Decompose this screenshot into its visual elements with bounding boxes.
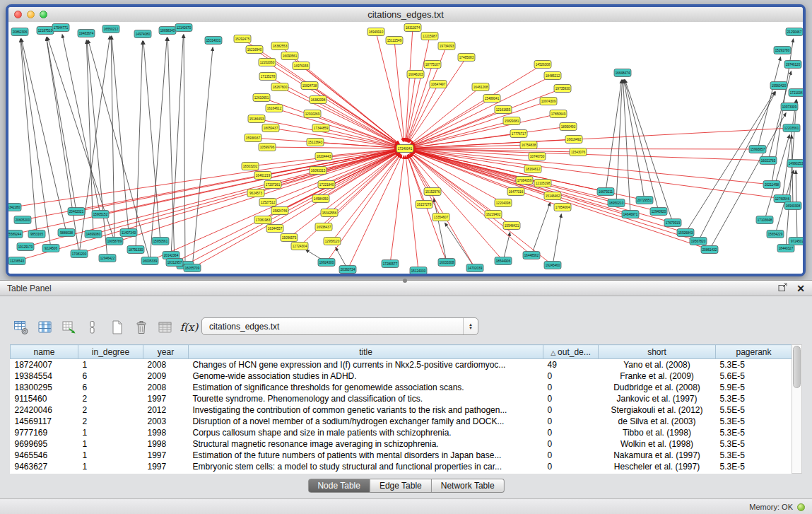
graph-edge[interactable] bbox=[411, 87, 481, 144]
graph-node[interactable]: 12527512 bbox=[259, 199, 276, 206]
graph-node[interactable]: 14699080 bbox=[85, 230, 102, 238]
graph-edge[interactable] bbox=[17, 151, 398, 261]
graph-edge[interactable] bbox=[318, 100, 399, 145]
graph-node[interactable]: 11236543 bbox=[8, 257, 25, 265]
new-document-button[interactable] bbox=[107, 318, 126, 337]
table-cell[interactable]: 1998 bbox=[143, 427, 189, 438]
column-header-in-degree[interactable]: in_degree bbox=[78, 345, 143, 359]
graph-node[interactable]: 17103648 bbox=[756, 216, 773, 224]
table-row[interactable]: 1830029562008Estimation of significance … bbox=[11, 382, 792, 393]
graph-edge[interactable] bbox=[348, 155, 402, 269]
graph-node[interactable]: 12940920 bbox=[650, 208, 667, 216]
graph-edge[interactable] bbox=[786, 100, 796, 248]
graph-node[interactable]: 16619492 bbox=[565, 136, 582, 144]
graph-node[interactable]: 16949910 bbox=[367, 28, 384, 36]
graph-node[interactable]: 18698340 bbox=[159, 27, 176, 35]
graph-edge[interactable] bbox=[624, 80, 645, 200]
graph-node[interactable]: 16940308 bbox=[784, 202, 801, 210]
graph-node[interactable]: 20462021 bbox=[68, 208, 85, 216]
table-cell[interactable]: 9465546 bbox=[11, 450, 78, 461]
table-cell[interactable]: 14569117 bbox=[11, 416, 78, 427]
table-cell[interactable]: 9777169 bbox=[11, 427, 78, 438]
graph-node[interactable]: 18313074 bbox=[404, 24, 421, 32]
table-cell[interactable]: 0 bbox=[543, 427, 599, 438]
minimize-window-button[interactable] bbox=[27, 11, 35, 18]
graph-node[interactable]: 12724304 bbox=[291, 243, 308, 250]
graph-node[interactable]: 19735930 bbox=[554, 85, 571, 93]
graph-node[interactable]: 17135278 bbox=[259, 73, 276, 81]
graph-node[interactable]: 18775107 bbox=[424, 61, 441, 69]
table-options-button[interactable] bbox=[11, 318, 30, 337]
graph-node[interactable]: 18164612 bbox=[524, 165, 541, 173]
graph-node[interactable]: 19567820 bbox=[690, 238, 707, 245]
graph-edge[interactable] bbox=[406, 156, 418, 271]
graph-node[interactable]: 10599796 bbox=[259, 144, 276, 151]
graph-edge[interactable] bbox=[792, 135, 793, 206]
graph-edge[interactable] bbox=[407, 155, 447, 262]
graph-node[interactable]: 14646971 bbox=[622, 211, 639, 218]
graph-edge[interactable] bbox=[25, 151, 398, 247]
table-cell[interactable]: 1998 bbox=[143, 438, 189, 450]
graph-node[interactable]: 16157278 bbox=[416, 201, 433, 209]
graph-edge[interactable] bbox=[411, 151, 710, 250]
graph-edge[interactable] bbox=[390, 156, 404, 264]
table-cell[interactable]: Stergiakouli et al. (2012) bbox=[599, 404, 716, 416]
graph-node[interactable]: 15123643 bbox=[307, 139, 324, 146]
table-cell[interactable]: 1997 bbox=[143, 393, 189, 404]
graph-node[interactable]: 15829381 bbox=[503, 117, 520, 125]
graph-node[interactable]: 11543076 bbox=[570, 148, 587, 156]
graph-edge[interactable] bbox=[100, 150, 398, 214]
table-row[interactable]: 1938455462009Genome-wide association stu… bbox=[11, 370, 792, 382]
graph-node[interactable]: 15993857 bbox=[749, 146, 766, 153]
graph-node[interactable]: 17280577 bbox=[382, 260, 399, 268]
graph-node[interactable]: 19058789 bbox=[106, 238, 123, 245]
table-cell[interactable]: 2009 bbox=[143, 370, 189, 382]
graph-node[interactable]: 9886038 bbox=[58, 229, 75, 237]
graph-node[interactable]: 18950493 bbox=[560, 123, 577, 131]
graph-node[interactable]: 15824738 bbox=[301, 82, 318, 90]
graph-node[interactable]: 18485212 bbox=[544, 72, 561, 80]
graph-node[interactable]: 18059437 bbox=[262, 124, 279, 132]
table-cell[interactable]: Corpus callosum shape and size in male p… bbox=[189, 427, 543, 438]
table-cell[interactable]: Investigating the contribution of common… bbox=[189, 404, 543, 416]
graph-node[interactable]: 12202060 bbox=[259, 59, 276, 66]
graph-node[interactable]: 18791330 bbox=[127, 246, 144, 254]
graph-edge[interactable] bbox=[47, 37, 76, 211]
graph-node[interactable]: 10746730 bbox=[529, 153, 546, 160]
graph-edge[interactable] bbox=[412, 121, 512, 146]
graph-node[interactable]: 16754838 bbox=[520, 141, 537, 149]
table-cell[interactable]: 0 bbox=[543, 450, 599, 461]
graph-node[interactable]: 12105198 bbox=[534, 180, 551, 187]
table-cell[interactable]: 1 bbox=[78, 359, 143, 370]
graph-node[interactable]: 17221840 bbox=[318, 181, 335, 189]
graph-edge[interactable] bbox=[268, 151, 399, 202]
graph-node[interactable]: 15152976 bbox=[424, 188, 441, 196]
graph-edge[interactable] bbox=[782, 100, 796, 199]
table-cell[interactable]: 1 bbox=[78, 450, 143, 461]
table-cell[interactable]: 49 bbox=[543, 359, 599, 370]
graph-node[interactable]: 12910269 bbox=[304, 110, 321, 118]
table-cell[interactable]: 5.5E-5 bbox=[716, 404, 792, 416]
tab-edge-table[interactable]: Edge Table bbox=[370, 479, 432, 493]
table-cell[interactable]: 6 bbox=[78, 370, 143, 382]
graph-node[interactable]: 12946422 bbox=[99, 255, 116, 262]
column-header-short[interactable]: short bbox=[599, 345, 716, 359]
graph-node[interactable]: 17210343 bbox=[789, 89, 803, 97]
table-cell[interactable]: 0 bbox=[543, 382, 599, 393]
graph-node[interactable]: 20862306 bbox=[11, 28, 28, 36]
graph-node[interactable]: 16477016 bbox=[507, 188, 524, 196]
graph-node[interactable]: 15488041 bbox=[483, 95, 500, 103]
graph-node[interactable]: 16550212 bbox=[102, 25, 119, 33]
graph-node[interactable]: 14976155 bbox=[293, 62, 310, 70]
graph-node[interactable]: 15548421 bbox=[503, 222, 520, 230]
column-header-title[interactable]: title bbox=[189, 345, 543, 359]
graph-node[interactable]: 12204098 bbox=[495, 199, 512, 207]
graph-node[interactable]: 19245460 bbox=[544, 262, 561, 269]
table-cell[interactable]: 19384554 bbox=[11, 370, 78, 382]
table-cell[interactable]: 18724007 bbox=[11, 359, 78, 370]
table-cell[interactable]: Genome-wide association studies in ADHD. bbox=[189, 370, 543, 382]
graph-node[interactable]: 18204443 bbox=[315, 153, 332, 160]
graph-node[interactable]: 17544771 bbox=[52, 24, 69, 32]
table-cell[interactable]: Nakamura et al. (1997) bbox=[599, 450, 716, 461]
table-row[interactable]: 911546021997Tourette syndrome. Phenomeno… bbox=[11, 393, 792, 404]
